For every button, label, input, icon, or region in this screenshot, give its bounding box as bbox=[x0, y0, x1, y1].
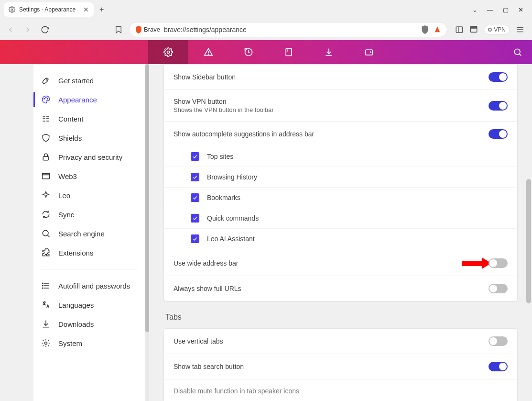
svg-point-10 bbox=[208, 54, 209, 55]
window-close-button[interactable]: ✕ bbox=[518, 6, 523, 13]
checkbox-icon[interactable] bbox=[191, 152, 199, 161]
sidebar-item-web3[interactable]: Web3 bbox=[33, 167, 145, 186]
sidebar-item-get-started[interactable]: Get started bbox=[33, 71, 145, 90]
rocket-icon bbox=[41, 76, 51, 85]
settings-content: Show Sidebar button Show VPN button Show… bbox=[149, 64, 532, 401]
bookmark-icon[interactable] bbox=[112, 23, 125, 36]
tab-title: Settings - Appearance bbox=[19, 6, 76, 13]
palette-icon bbox=[41, 95, 51, 104]
sidebar-item-label: Web3 bbox=[58, 172, 77, 180]
header-downloads-icon[interactable] bbox=[309, 40, 349, 64]
sidebar-item-downloads[interactable]: Downloads bbox=[33, 314, 145, 334]
svg-point-37 bbox=[43, 285, 43, 286]
toolbar: Brave brave://settings/appearance VPN bbox=[0, 19, 532, 40]
shield-icon bbox=[41, 133, 51, 143]
header-settings-icon[interactable] bbox=[148, 40, 188, 64]
translate-icon bbox=[41, 300, 51, 310]
sidebar-item-content[interactable]: Content bbox=[33, 109, 145, 128]
sync-icon bbox=[41, 210, 51, 219]
sidebar-item-system[interactable]: System bbox=[33, 334, 145, 353]
sidebar-panel-icon[interactable] bbox=[455, 25, 464, 34]
svg-point-39 bbox=[45, 342, 47, 345]
sidebar-item-label: Appearance bbox=[58, 96, 97, 104]
header-wallet-icon[interactable] bbox=[349, 40, 389, 64]
svg-line-17 bbox=[519, 54, 521, 56]
sidebar-item-label: Content bbox=[58, 115, 84, 123]
search-icon bbox=[41, 229, 51, 238]
header-search-icon[interactable] bbox=[513, 47, 522, 57]
svg-point-38 bbox=[43, 288, 43, 289]
settings-sidebar: Get started Appearance Content Shields P… bbox=[33, 64, 145, 401]
svg-rect-1 bbox=[456, 27, 463, 33]
vpn-button[interactable]: VPN bbox=[484, 25, 510, 34]
new-tab-button[interactable]: + bbox=[99, 5, 104, 14]
sidebar-item-languages[interactable]: Languages bbox=[33, 295, 145, 314]
checkbox-icon[interactable] bbox=[191, 214, 199, 223]
tab-close-icon[interactable]: ✕ bbox=[83, 6, 89, 13]
checkbox-icon[interactable] bbox=[191, 234, 199, 243]
svg-rect-14 bbox=[366, 50, 373, 55]
gear-icon bbox=[9, 6, 15, 13]
svg-point-8 bbox=[167, 51, 170, 54]
autocomplete-option-leo-ai[interactable]: Leo AI Assistant bbox=[164, 229, 517, 249]
autocomplete-option-bookmarks[interactable]: Bookmarks bbox=[164, 188, 517, 208]
sparkle-icon bbox=[41, 190, 51, 200]
sidebar-item-appearance[interactable]: Appearance bbox=[33, 90, 145, 109]
brave-shield-lion-icon[interactable] bbox=[421, 25, 429, 34]
hamburger-menu-icon[interactable] bbox=[516, 25, 524, 34]
toggle-autocomplete[interactable] bbox=[489, 129, 508, 139]
list-icon bbox=[41, 281, 51, 290]
toggle-show-sidebar[interactable] bbox=[489, 72, 508, 82]
svg-point-31 bbox=[43, 230, 48, 236]
svg-point-18 bbox=[46, 79, 47, 80]
brave-shield-icon: Brave bbox=[135, 26, 160, 33]
autocomplete-option-top-sites[interactable]: Top sites bbox=[164, 146, 517, 167]
browser-tab[interactable]: Settings - Appearance ✕ bbox=[4, 2, 94, 17]
autocomplete-option-browsing-history[interactable]: Browsing History bbox=[164, 167, 517, 188]
setting-wide-address-bar: Use wide address bar bbox=[164, 251, 517, 276]
autocomplete-option-quick-commands[interactable]: Quick commands bbox=[164, 208, 517, 229]
sidebar-item-extensions[interactable]: Extensions bbox=[33, 243, 145, 262]
maximize-button[interactable]: ▢ bbox=[503, 6, 509, 13]
puzzle-icon bbox=[41, 248, 51, 257]
toggle-wide-address-bar[interactable] bbox=[489, 258, 508, 268]
forward-button[interactable] bbox=[21, 23, 34, 36]
annotation-arrow bbox=[462, 258, 490, 268]
header-bookmarks-icon[interactable] bbox=[269, 40, 309, 64]
checkbox-icon[interactable] bbox=[191, 193, 199, 202]
content-scrollbar[interactable] bbox=[525, 64, 532, 401]
back-button[interactable] bbox=[4, 23, 17, 36]
sidebar-item-sync[interactable]: Sync bbox=[33, 205, 145, 224]
setting-show-vpn-button: Show VPN button Shows the VPN button in … bbox=[164, 90, 517, 122]
sidebar-item-search-engine[interactable]: Search engine bbox=[33, 224, 145, 243]
address-bar[interactable]: Brave brave://settings/appearance bbox=[129, 22, 447, 37]
chevron-down-icon[interactable]: ⌄ bbox=[472, 6, 478, 13]
reload-button[interactable] bbox=[38, 23, 52, 36]
sidebar-item-leo[interactable]: Leo bbox=[33, 186, 145, 205]
sidebar-item-label: Downloads bbox=[58, 320, 94, 328]
sidebar-item-label: Autofill and passwords bbox=[58, 282, 130, 290]
setting-tab-search: Show tab search button bbox=[164, 354, 517, 379]
header-warning-icon[interactable] bbox=[188, 40, 228, 64]
sidebar-item-label: Languages bbox=[58, 301, 94, 309]
sidebar-item-shields[interactable]: Shields bbox=[33, 128, 145, 147]
download-icon bbox=[41, 319, 51, 329]
setting-vertical-tabs: Use vertical tabs bbox=[164, 329, 517, 354]
toggle-vertical-tabs[interactable] bbox=[489, 336, 508, 346]
sidebar-item-autofill[interactable]: Autofill and passwords bbox=[33, 276, 145, 295]
sidebar-scrollbar[interactable] bbox=[145, 64, 149, 401]
toggle-full-urls[interactable] bbox=[489, 284, 508, 293]
minimize-button[interactable]: — bbox=[487, 6, 493, 13]
svg-point-19 bbox=[44, 99, 45, 100]
gear-icon bbox=[41, 338, 51, 348]
toggle-show-vpn[interactable] bbox=[489, 101, 508, 111]
header-history-icon[interactable] bbox=[228, 40, 269, 64]
sidebar-item-privacy[interactable]: Privacy and security bbox=[33, 147, 145, 167]
checkbox-icon[interactable] bbox=[191, 173, 199, 181]
setting-disable-mute: Disable mute function in tab speaker ico… bbox=[164, 379, 517, 401]
settings-header bbox=[0, 40, 532, 64]
brave-logo-icon[interactable] bbox=[434, 25, 441, 34]
toggle-tab-search[interactable] bbox=[489, 362, 508, 371]
wallet-icon[interactable] bbox=[469, 25, 478, 34]
wallet-icon bbox=[41, 171, 51, 181]
